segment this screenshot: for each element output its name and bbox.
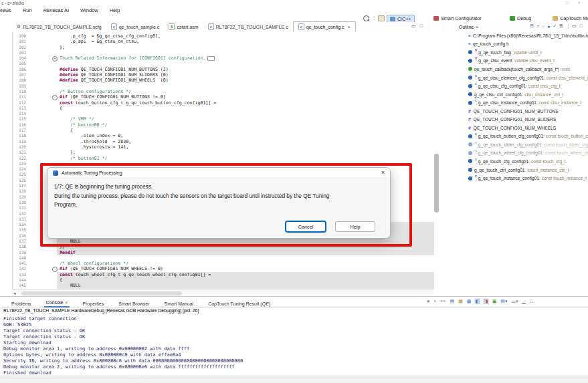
editor-tab-qe-touch-sample-c[interactable]: cqe_touch_sample.c: [106, 22, 165, 31]
maximize-icon[interactable]: □: [529, 298, 533, 304]
view-tab-smart-manual[interactable]: Smart Manual: [163, 301, 196, 307]
code-line: /* button01 */: [57, 156, 434, 161]
outline-item[interactable]: ≡C:\Program Files (x86)\Renesas\RL78\1_1…: [440, 31, 588, 40]
volatile-decorator: V: [475, 49, 477, 52]
line-number: 111: [13, 94, 27, 100]
window-close-icon[interactable]: ×: [578, 1, 581, 5]
view-tab-console[interactable]: Console×: [44, 300, 70, 307]
menu-item-renesas-ai[interactable]: Renesas AI: [42, 7, 70, 13]
debug-icon: [510, 16, 515, 21]
inactive-slash-icon: ∕: [474, 141, 474, 146]
variable-icon: [468, 76, 472, 80]
outline-item[interactable]: #QE_TOUCH_CONFIG01_NUM_SLIDERS: [440, 115, 588, 124]
menu-item-views[interactable]: Views: [0, 7, 13, 13]
code-line: /* VMM */: [57, 116, 434, 122]
console-output[interactable]: Finished target connectionGDB: 53025Targ…: [3, 316, 243, 376]
editor-tab-qe-touch-config-c[interactable]: cqe_touch_config.c×: [293, 21, 356, 32]
open-perspective-icon[interactable]: [378, 15, 385, 21]
menu-item-run[interactable]: Run: [21, 7, 33, 13]
display-console-dropdown-icon[interactable]: ▤▾: [500, 298, 508, 304]
word-wrap-icon[interactable]: ▩: [466, 298, 472, 304]
hide-fields-icon[interactable]: ○: [542, 24, 545, 29]
outline-item[interactable]: cg_qe_ctsu_instance_config01 : const cts…: [440, 98, 588, 107]
outline-item[interactable]: #QE_TOUCH_CONFIG01_NUM_BUTTONS: [440, 107, 588, 116]
line-number: 113: [13, 106, 27, 111]
variable-icon: [468, 168, 472, 172]
outline-item[interactable]: qe_touch_callback(touch_callback_args_t*…: [440, 65, 588, 74]
outline-maximize-icon[interactable]: □: [580, 23, 583, 29]
sort-icon[interactable]: ≡: [536, 24, 539, 29]
line-number: 109: [13, 84, 27, 89]
view-tab-captouch-tuning-result-qe-[interactable]: CapTouch Tuning Result (QE): [206, 301, 272, 307]
search-icon[interactable]: [363, 15, 369, 21]
hscroll-thumb[interactable]: [21, 291, 182, 295]
outline-item[interactable]: cg_qe_ctsu_element_cfg_config01 : const …: [440, 74, 588, 82]
remove-launch-icon[interactable]: ×: [433, 298, 437, 304]
outline-tree[interactable]: ≡C:\Program Files (x86)\Renesas\RL78\1_1…: [440, 31, 588, 296]
outline-item[interactable]: cg_qe_touch_button_cfg_config01 : const …: [440, 132, 588, 141]
variable-icon: [468, 92, 472, 96]
code-line: [57, 61, 434, 66]
line-number: 127: [13, 183, 27, 188]
code-editor[interactable]: 1001011021031041051061071081091101111121…: [12, 31, 434, 289]
window-maximize-icon[interactable]: □: [566, 1, 569, 5]
link-with-editor-icon[interactable]: ✓: [553, 23, 557, 29]
outline-item[interactable]: ≡qe_touch_config.h: [440, 40, 588, 49]
line-number: 118: [13, 133, 27, 138]
perspective-captouch-monitor-qe-[interactable]: CapTouch Monitor (QE): [553, 15, 588, 22]
outline-item[interactable]: cg_qe_ctsu_cfg_config01 : const ctsu_cfg…: [440, 82, 588, 90]
captouch-monitor-icon: [553, 16, 558, 21]
terminate-icon[interactable]: ■: [426, 298, 430, 304]
line-number: 134: [13, 222, 27, 227]
editor-maximize-icon[interactable]: □: [420, 23, 423, 29]
show-stdout-icon[interactable]: ◧: [474, 298, 480, 304]
remove-all-launches-icon[interactable]: ××: [439, 298, 446, 304]
editor-vertical-scrollbar-thumb[interactable]: [434, 154, 439, 213]
hide-static-members-icon[interactable]: ●: [547, 24, 550, 29]
outline-item[interactable]: #QE_TOUCH_CONFIG01_NUM_WHEELS: [440, 124, 588, 132]
perspective-debug[interactable]: Debug: [510, 15, 531, 22]
code-text-area[interactable]: .p_cfg = &g_qe_ctsu_cfg_config01, .p_api…: [57, 33, 434, 289]
cancel-button[interactable]: Cancel: [286, 221, 326, 232]
console-tab-close-icon[interactable]: ×: [65, 300, 68, 305]
menu-item-help[interactable]: Help: [108, 7, 121, 13]
menu-item-window[interactable]: Window: [79, 7, 100, 13]
outline-item[interactable]: ∕cg_qe_touch_slider_cfg_config01 : const…: [440, 140, 588, 149]
automatic-tuning-dialog: Automatic Tuning Processing × 1/7: QE is…: [47, 167, 391, 239]
code-line: #define QE_TOUCH_CONFIG01_NUM_BUTTONS (2…: [57, 67, 434, 72]
view-tab-smart-browser[interactable]: Smart Browser: [116, 301, 151, 307]
line-number: 129: [13, 195, 27, 200]
minimize-icon[interactable]: ▁: [522, 298, 526, 304]
editor-tab-cstart-asm[interactable]: Scstart.asm: [164, 22, 203, 31]
variable-icon: [468, 159, 472, 163]
view-tab-problems[interactable]: Problems: [9, 301, 33, 307]
view-tab-properties[interactable]: Properties: [80, 301, 106, 307]
editor-tab-rl78f22-tb-touch-sample-c[interactable]: cRL78F22_TB_TOUCH_SAMPLE.c: [203, 22, 293, 31]
perspective-smart-configurator[interactable]: Smart Configurator: [433, 15, 482, 22]
outline-item[interactable]: cg_qe_touch_cfg_config01 : const touch_c…: [440, 157, 588, 166]
tab-close-icon[interactable]: ×: [348, 25, 351, 29]
outline-item[interactable]: Vg_qe_touch_flag : volatile uint8_t: [440, 48, 588, 57]
outline-item[interactable]: Vg_qe_ctsu_event : volatile ctsu_event_t: [440, 57, 588, 66]
editor-minimize-icon[interactable]: ▭: [411, 23, 416, 29]
outline-item[interactable]: ∕cg_qe_touch_wheel_cfg_config01 : const …: [440, 149, 588, 158]
code-line: [57, 161, 434, 166]
collapse-all-icon[interactable]: ⊟: [530, 23, 534, 29]
outline-item[interactable]: g_qe_touch_ctrl_config01 : touch_instanc…: [440, 166, 588, 174]
outline-close-icon[interactable]: ×: [476, 25, 478, 29]
editor-tab-rl78f22-tb-touch-sample-scfg[interactable]: ⚙RL78F22_TB_TOUCH_SAMPLE.scfg: [12, 22, 106, 31]
filters-icon[interactable]: ⊞: [559, 23, 563, 29]
show-stderr-icon[interactable]: ◨: [483, 298, 489, 304]
define-icon: #: [468, 126, 471, 130]
scroll-lock-icon[interactable]: ▦: [458, 298, 464, 304]
help-button[interactable]: Help: [335, 221, 375, 232]
outline-item[interactable]: cg_qe_touch_instance_config01 : const to…: [440, 174, 588, 182]
dialog-close-icon[interactable]: ×: [381, 170, 385, 176]
clear-console-icon[interactable]: ▤: [450, 298, 456, 304]
pin-console-icon[interactable]: ▣: [492, 298, 498, 304]
dialog-titlebar[interactable]: Automatic Tuning Processing ×: [47, 168, 390, 178]
outline-item[interactable]: g_qe_ctsu_ctrl_config01 : ctsu_instance_…: [440, 90, 588, 99]
open-console-dropdown-icon[interactable]: ▭▾: [510, 298, 518, 304]
view-menu-icon[interactable]: ⋮: [566, 23, 571, 29]
outline-minimize-icon[interactable]: ▭: [572, 23, 577, 29]
